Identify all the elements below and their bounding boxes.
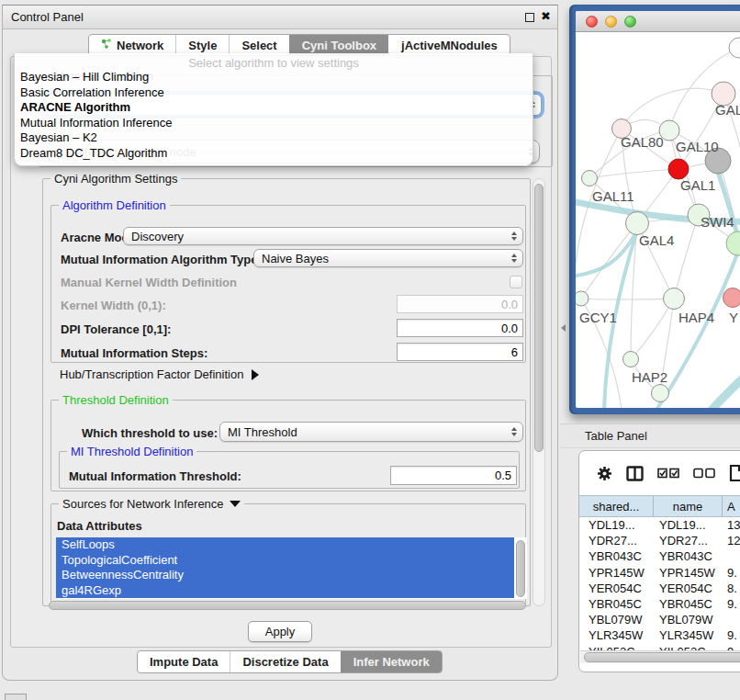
tab-infer-network[interactable]: Infer Network [341, 651, 442, 672]
float-icon[interactable] [525, 13, 534, 22]
table-hscrollbar[interactable] [580, 650, 740, 663]
node[interactable] [729, 38, 740, 58]
column-header-name[interactable]: name [654, 496, 723, 516]
attribute-item-selfloops[interactable]: SelfLoops [56, 537, 514, 553]
node-label-gal11: GAL11 [592, 188, 634, 204]
table-row[interactable]: YBL079WYBL079W [579, 612, 740, 627]
minimize-traffic-light[interactable] [605, 16, 617, 28]
bottom-tabbar: Impute DataDiscretize DataInfer Network [137, 650, 443, 673]
settings-hscrollbar-thumb[interactable] [49, 601, 526, 610]
tab-style[interactable]: Style [175, 35, 229, 55]
tab-discretize-data[interactable]: Discretize Data [230, 651, 340, 672]
popup-item-list: Bayesian – Hill ClimbingBasic Correlatio… [15, 70, 533, 162]
node-hap2[interactable] [623, 352, 639, 367]
select-all-icon[interactable] [657, 468, 679, 479]
table-row[interactable]: YBR045CYBR045C9. [579, 596, 740, 612]
attribute-item-betweennesscentrality[interactable]: BetweennessCentrality [56, 568, 514, 583]
node-label-gal4: GAL4 [639, 232, 674, 248]
tab-impute-data[interactable]: Impute Data [138, 651, 230, 672]
table-row[interactable]: YPR145WYPR145W9. [579, 565, 740, 581]
attributes-scrollbar-thumb[interactable] [516, 540, 525, 597]
sources-group: Sources for Network Inference Data Attri… [50, 503, 526, 604]
file-icon[interactable] [729, 464, 740, 482]
close-icon[interactable]: ✖ [541, 9, 551, 23]
table-cell: 9. [723, 628, 737, 642]
mi-type-value: Naive Bayes [262, 252, 329, 265]
zoom-traffic-light[interactable] [624, 16, 636, 28]
which-threshold-combo[interactable]: MI Threshold [219, 422, 523, 442]
popup-item-bayesian-k2[interactable]: Bayesian – K2 [15, 130, 533, 146]
popup-item-aracne-algorithm[interactable]: ARACNE Algorithm [15, 100, 533, 116]
aracne-mode-combo[interactable]: Discovery [123, 227, 523, 245]
table-cell: YPR145W [579, 566, 654, 580]
mi-threshold-field[interactable]: 0.5 [390, 466, 517, 485]
manual-kernel-checkbox[interactable] [510, 276, 522, 288]
tab-jactivemnodules[interactable]: jActiveMNodules [388, 35, 510, 55]
data-attributes-list[interactable]: SelfLoopsTopologicalCoefficientBetweenne… [56, 537, 527, 599]
mi-type-combo[interactable]: Naive Bayes [253, 249, 523, 267]
mi-steps-field[interactable]: 6 [397, 343, 523, 361]
collapsed-panel-tab[interactable] [5, 694, 27, 700]
desktop: Control Panel ✖ NetworkStyleSelectCyni T… [0, 0, 740, 700]
settings-vscrollbar-thumb[interactable] [534, 184, 544, 452]
node-gcy1[interactable] [576, 291, 589, 306]
table-cell: YBR045C [654, 597, 723, 611]
network-canvas[interactable]: GALGAL80GAL10GAL1SWI4GAL11GAL4GCY1HAP4YH… [576, 32, 740, 408]
node[interactable] [726, 231, 740, 255]
attributes-scrollbar[interactable] [515, 538, 526, 598]
threshold-definition-group: Threshold Definition Which threshold to … [50, 400, 526, 491]
node-hap4[interactable] [664, 288, 685, 310]
network-window-titlebar[interactable] [576, 11, 740, 32]
table-header-row: shared... name A [579, 495, 740, 517]
table-cell: 9. [723, 597, 737, 611]
table-hscrollbar-thumb[interactable] [584, 652, 740, 662]
popup-item-bayesian-hill-climbing[interactable]: Bayesian – Hill Climbing [15, 70, 533, 85]
tab-network[interactable]: Network [89, 35, 175, 55]
node[interactable] [652, 385, 669, 402]
mi-threshold-label: Mutual Information Threshold: [69, 469, 241, 483]
popup-item-dream8-dc-tdc-algorithm[interactable]: Dream8 DC_TDC Algorithm [15, 146, 533, 162]
tab-select[interactable]: Select [229, 35, 288, 55]
settings-hscrollbar[interactable] [49, 601, 526, 610]
table-row[interactable]: YDR27...YDR27...12 [579, 533, 740, 548]
table-cell: YDL19... [579, 518, 654, 532]
table-body: YDL19...YDL19...13YDR27...YDR27...12YBR0… [579, 517, 740, 651]
dpi-tolerance-field[interactable]: 0.0 [397, 319, 523, 337]
attribute-item-topologicalcoefficient[interactable]: TopologicalCoefficient [56, 553, 514, 569]
expanded-arrow-icon [230, 501, 241, 507]
split-pane-icon[interactable] [626, 466, 644, 481]
close-traffic-light[interactable] [586, 16, 598, 28]
table-row[interactable]: YER054CYER054C8. [579, 581, 740, 596]
node-gal4[interactable] [626, 212, 649, 235]
node-label-hap4: HAP4 [678, 310, 714, 325]
tab-cyni-toolbox[interactable]: Cyni Toolbox [289, 35, 388, 55]
node-label-swi4: SWI4 [701, 214, 734, 230]
panel-splitter-handle[interactable] [561, 324, 566, 332]
table-panel-header: Table Panel [560, 423, 740, 448]
tab-label: jActiveMNodules [401, 39, 498, 52]
data-attributes-label: Data Attributes [57, 519, 142, 533]
collapsed-arrow-icon [252, 369, 259, 380]
node-gal1[interactable] [668, 159, 689, 179]
gear-icon[interactable] [597, 466, 612, 481]
table-row[interactable]: YBR043CYBR043C [579, 548, 740, 564]
sources-group-title[interactable]: Sources for Network Inference [59, 497, 244, 511]
node-y[interactable] [723, 288, 740, 308]
column-header-clipped[interactable]: A [723, 496, 740, 516]
table-row[interactable]: YLR345WYLR345W9. [579, 627, 740, 643]
table-row[interactable]: YDL19...YDL19...13 [579, 517, 740, 533]
node-label-y: Y [729, 310, 738, 325]
apply-button[interactable]: Apply [248, 621, 312, 642]
control-panel-titlebar[interactable]: Control Panel ✖ [3, 6, 557, 29]
settings-vscrollbar[interactable] [533, 178, 545, 606]
node-gal11[interactable] [582, 171, 598, 186]
deselect-all-icon[interactable] [693, 468, 715, 479]
mi-type-label: Mutual Information Algorithm Type: [61, 253, 262, 266]
popup-item-mutual-information-inference[interactable]: Mutual Information Inference [15, 116, 533, 131]
table-cell: 9. [723, 566, 737, 580]
popup-item-basic-correlation-inference[interactable]: Basic Correlation Inference [15, 85, 533, 101]
hub-definition-toggle[interactable]: Hub/Transcription Factor Definition [60, 367, 259, 381]
column-header-shared-name[interactable]: shared... [579, 496, 654, 516]
attribute-item-gal4rgexp[interactable]: gal4RGexp [56, 583, 514, 599]
table-toolbar [579, 451, 740, 495]
